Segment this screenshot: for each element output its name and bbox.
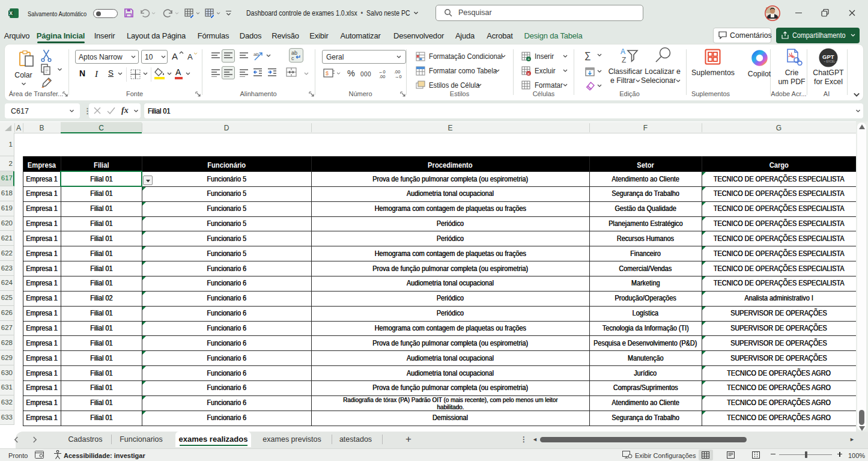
svg-text:X: X <box>9 10 13 16</box>
svg-text:+: + <box>527 56 530 61</box>
svg-text:ab: ab <box>253 52 259 57</box>
svg-text:GPT: GPT <box>822 53 834 60</box>
svg-text:→0: →0 <box>395 74 402 79</box>
svg-text:~ EXCEL ~: ~ EXCEL ~ <box>824 60 838 63</box>
svg-text:A: A <box>621 47 625 56</box>
svg-text:x: x <box>527 71 530 76</box>
svg-text:c: c <box>291 55 294 61</box>
svg-text:Z: Z <box>622 56 626 64</box>
svg-text:$: $ <box>326 70 329 76</box>
svg-text:.00: .00 <box>379 74 385 79</box>
